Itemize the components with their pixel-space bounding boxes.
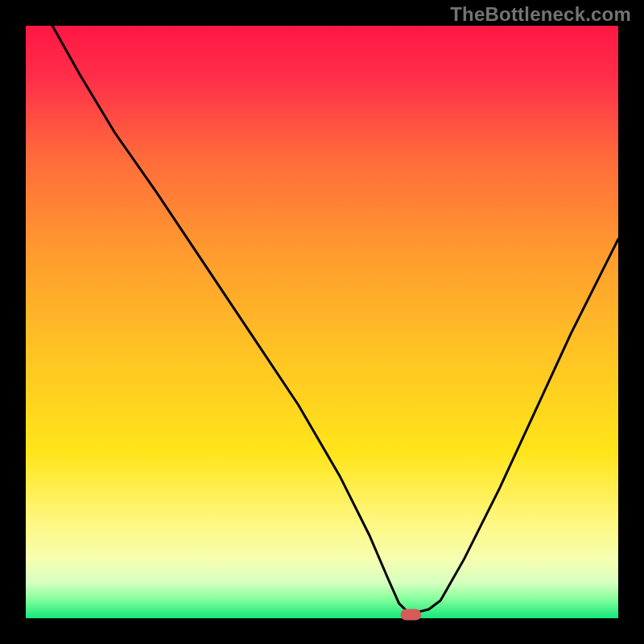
optimal-marker — [401, 609, 422, 621]
bottleneck-chart — [0, 0, 644, 644]
chart-container: TheBottleneck.com — [0, 0, 644, 644]
watermark-text: TheBottleneck.com — [450, 3, 631, 26]
gradient-background — [26, 26, 618, 618]
plot-area — [26, 26, 618, 618]
